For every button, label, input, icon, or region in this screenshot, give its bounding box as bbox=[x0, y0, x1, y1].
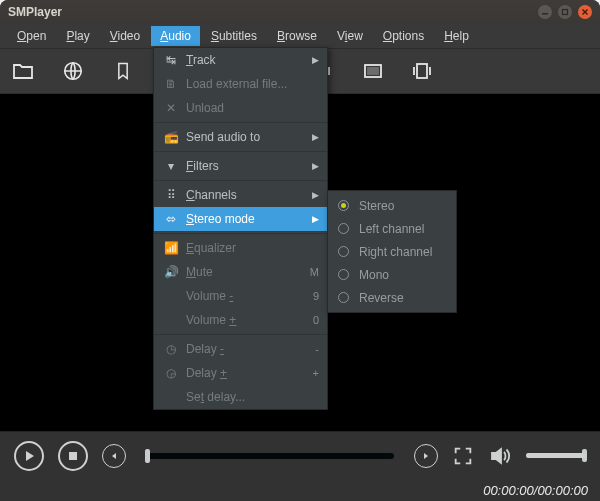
menu-play[interactable]: Play bbox=[57, 26, 98, 46]
audio-set-delay-item[interactable]: Set delay... bbox=[154, 385, 327, 409]
menubar: Open Play Video Audio Subtitles Browse V… bbox=[0, 24, 600, 48]
prev-button[interactable] bbox=[102, 444, 126, 468]
time-current: 00:00:00 bbox=[483, 483, 534, 498]
maximize-button[interactable] bbox=[558, 5, 572, 19]
separator bbox=[154, 233, 327, 234]
radio-icon bbox=[338, 292, 349, 303]
radio-icon bbox=[338, 246, 349, 257]
separator bbox=[154, 151, 327, 152]
stereo-option-mono[interactable]: Mono bbox=[328, 263, 456, 286]
audio-mute-item[interactable]: 🔊MuteM bbox=[154, 260, 327, 284]
chevron-right-icon: ▶ bbox=[312, 55, 319, 65]
channels-icon: ⠿ bbox=[162, 188, 180, 202]
play-button[interactable] bbox=[14, 441, 44, 471]
menu-video[interactable]: Video bbox=[101, 26, 149, 46]
svg-rect-9 bbox=[417, 64, 427, 78]
audio-track-item[interactable]: ↹Track▶ bbox=[154, 48, 327, 72]
aspect-icon[interactable] bbox=[360, 58, 386, 84]
audio-unload-item[interactable]: ✕Unload bbox=[154, 96, 327, 120]
tracks-icon: ↹ bbox=[162, 53, 180, 67]
chevron-right-icon: ▶ bbox=[312, 132, 319, 142]
audio-channels-item[interactable]: ⠿Channels▶ bbox=[154, 183, 327, 207]
filter-icon: ▾ bbox=[162, 159, 180, 173]
radio-icon bbox=[338, 200, 349, 211]
audio-volume-down-item[interactable]: Volume -9 bbox=[154, 284, 327, 308]
svg-rect-10 bbox=[69, 452, 77, 460]
chevron-right-icon: ▶ bbox=[312, 190, 319, 200]
audio-send-to-item[interactable]: 📻Send audio to▶ bbox=[154, 125, 327, 149]
chevron-right-icon: ▶ bbox=[312, 161, 319, 171]
volume-button[interactable] bbox=[488, 444, 512, 468]
window-buttons bbox=[538, 5, 592, 19]
stereo-option-right[interactable]: Right channel bbox=[328, 240, 456, 263]
audio-delay-up-item[interactable]: ◶Delay ++ bbox=[154, 361, 327, 385]
separator bbox=[154, 334, 327, 335]
time-total: 00:00:00 bbox=[537, 483, 588, 498]
stop-button[interactable] bbox=[58, 441, 88, 471]
next-button[interactable] bbox=[414, 444, 438, 468]
audio-delay-down-item[interactable]: ◷Delay -- bbox=[154, 337, 327, 361]
volume-slider[interactable] bbox=[526, 453, 586, 458]
svg-rect-0 bbox=[542, 13, 548, 15]
fullscreen-button[interactable] bbox=[452, 445, 474, 467]
window-title: SMPlayer bbox=[8, 5, 538, 19]
svg-rect-8 bbox=[368, 68, 378, 74]
clock-plus-icon: ◶ bbox=[162, 366, 180, 380]
titlebar[interactable]: SMPlayer bbox=[0, 0, 600, 24]
equalizer-icon: 📶 bbox=[162, 241, 180, 255]
separator bbox=[154, 180, 327, 181]
stereo-option-left[interactable]: Left channel bbox=[328, 217, 456, 240]
status-bar: 00:00:00 / 00:00:00 bbox=[0, 479, 600, 501]
radio-icon bbox=[338, 269, 349, 280]
clock-minus-icon: ◷ bbox=[162, 342, 180, 356]
chevron-right-icon: ▶ bbox=[312, 214, 319, 224]
file-icon: 🗎 bbox=[162, 77, 180, 91]
audio-filters-item[interactable]: ▾Filters▶ bbox=[154, 154, 327, 178]
separator bbox=[154, 122, 327, 123]
menu-subtitles[interactable]: Subtitles bbox=[202, 26, 266, 46]
seek-bar[interactable] bbox=[146, 453, 394, 459]
stereo-option-stereo[interactable]: Stereo bbox=[328, 194, 456, 217]
radio-icon bbox=[338, 223, 349, 234]
stereo-option-reverse[interactable]: Reverse bbox=[328, 286, 456, 309]
menu-options[interactable]: Options bbox=[374, 26, 433, 46]
playback-controls bbox=[0, 431, 600, 479]
stereo-mode-submenu: Stereo Left channel Right channel Mono R… bbox=[327, 190, 457, 313]
audio-volume-up-item[interactable]: Volume +0 bbox=[154, 308, 327, 332]
audio-stereo-mode-item[interactable]: ⬄Stereo mode▶ bbox=[154, 207, 327, 231]
audio-load-external-item[interactable]: 🗎Load external file... bbox=[154, 72, 327, 96]
svg-rect-1 bbox=[563, 10, 568, 15]
minimize-button[interactable] bbox=[538, 5, 552, 19]
stereo-icon: ⬄ bbox=[162, 212, 180, 226]
menu-help[interactable]: Help bbox=[435, 26, 478, 46]
speaker-icon: 🔊 bbox=[162, 265, 180, 279]
stereo-box-icon[interactable] bbox=[410, 58, 436, 84]
globe-icon[interactable] bbox=[60, 58, 86, 84]
bookmark-icon[interactable] bbox=[110, 58, 136, 84]
folder-icon[interactable] bbox=[10, 58, 36, 84]
audio-menu-dropdown: ↹Track▶ 🗎Load external file... ✕Unload 📻… bbox=[153, 47, 328, 410]
menu-view[interactable]: View bbox=[328, 26, 372, 46]
menu-audio[interactable]: Audio bbox=[151, 26, 200, 46]
audio-equalizer-item[interactable]: 📶Equalizer bbox=[154, 236, 327, 260]
send-icon: 📻 bbox=[162, 130, 180, 144]
close-button[interactable] bbox=[578, 5, 592, 19]
menu-open[interactable]: Open bbox=[8, 26, 55, 46]
menu-browse[interactable]: Browse bbox=[268, 26, 326, 46]
x-icon: ✕ bbox=[162, 101, 180, 115]
